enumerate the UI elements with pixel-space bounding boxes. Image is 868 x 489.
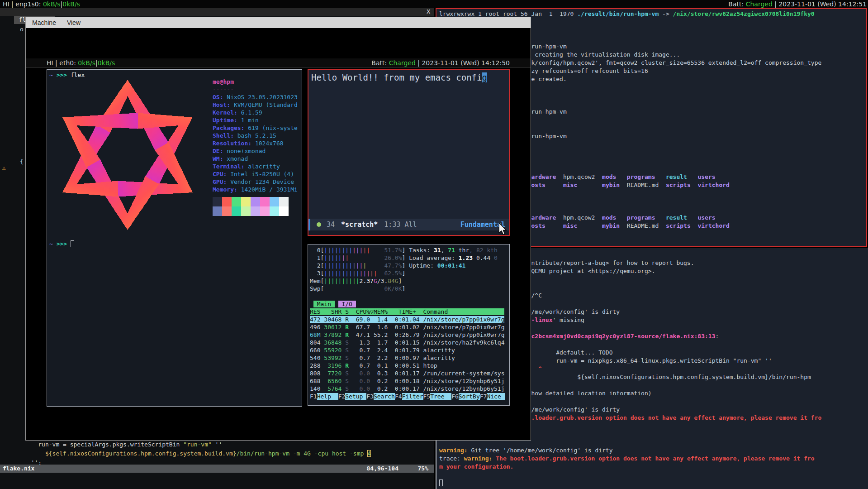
terminal-line: DE: none+xmonad <box>213 147 298 155</box>
datetime: 2023-11-01 (Wed) 14:12:51 <box>778 0 867 8</box>
terminal-line: 496 30612 R 67.7 1.6 0:01.02 /nix/store/… <box>310 323 509 331</box>
terminal-line: me@hpm <box>213 78 298 86</box>
vm-emacs-window[interactable]: Hello World!! from my emacs config 34 *s… <box>308 69 510 236</box>
palette-swatch <box>232 197 241 206</box>
terminal-line: run-vm = specialArgs.pkgs.writeScriptBin… <box>3 440 371 449</box>
vm-network-status: HI | eth0: 0kB/s|0kB/s <box>47 58 115 67</box>
palette-swatch <box>270 197 279 206</box>
statusline-filename: flake.nix <box>0 465 34 473</box>
terminal-line: 472 30468 R 69.0 1.4 0:01.04 /nix/store/… <box>310 316 509 323</box>
terminal-line: Swp[ 0K/0K] <box>310 285 509 292</box>
terminal-line <box>439 479 868 487</box>
palette-swatch <box>279 197 289 206</box>
terminal-line: 288 3196 R 0.7 0.1 0:00.51 htop <box>310 362 509 369</box>
terminal-line: Packages: 619 (nix-syste <box>213 124 298 132</box>
menu-item-view[interactable]: View <box>67 17 81 28</box>
terminal-line: 808 7720 S 0.0 0.3 0:01.17 /run/current-… <box>310 369 509 377</box>
terminal-line: m your configuration. <box>439 463 868 471</box>
terminal-line: trace: warning: The boot.loader.grub.ver… <box>439 455 868 463</box>
palette-swatch <box>241 197 251 206</box>
modeline-status-dot <box>317 222 321 227</box>
palette-swatch <box>222 206 232 216</box>
terminal-line: F1Help F2Setup F3SearchF4FilterF5Tree F6… <box>310 393 509 400</box>
palette-swatch <box>213 197 222 206</box>
terminal-line: Main I/O <box>310 300 509 308</box>
warning-sign-icon: ⚠ <box>2 164 6 172</box>
terminal-line: Mem[||||||||||2.37G/3.84G] <box>310 277 509 285</box>
terminal-line <box>310 292 509 300</box>
code-fragment: o <box>20 26 24 33</box>
vm-screen[interactable]: HI | eth0: 0kB/s|0kB/s Batt: Charged | 2… <box>26 28 531 440</box>
outer-status-bar: HI | enp1s0: 0kB/s|0kB/s Batt: Charged |… <box>0 0 868 8</box>
menu-item-machine[interactable]: Machine <box>32 17 56 28</box>
palette-swatch <box>213 206 222 216</box>
emacs-modeline: 34 *scratch* 1:33 All Fundamental <box>308 219 509 230</box>
terminal-line: warning: Git tree '/home/me/work/config'… <box>439 446 868 455</box>
terminal-line: 540 53992 S 0.7 2.2 0:00.97 alacritty <box>310 354 509 362</box>
emacs-cursor: g <box>482 72 487 82</box>
shell-prompt-cursor[interactable]: ~ >>> <box>49 240 74 248</box>
palette-swatch <box>241 206 251 216</box>
net-up-speed: 0kB/s <box>43 0 61 8</box>
editor-statusline: flake.nix 84,96-104 75% <box>0 465 434 473</box>
vm-htop-window[interactable]: 0[||||||||||||| 51.7%] Tasks: 31, 71 thr… <box>308 244 510 406</box>
net-down-speed: 0kB/s <box>62 0 80 8</box>
terminal-line: 0[||||||||||||| 51.7%] Tasks: 31, 71 thr… <box>310 246 509 254</box>
terminal-line: Memory: 1420MiB / 3931Mi <box>213 186 298 193</box>
terminal-line: 1[||||||| 26.0%] Load average: 1.23 0.44… <box>310 254 509 262</box>
terminal-line: 804 36848 S 1.3 1.7 0:01.15 /nix/store/h… <box>310 339 509 346</box>
terminal-line: WM: xmonad <box>213 155 298 163</box>
palette-swatch <box>260 197 270 206</box>
terminal-line: Host: KVM/QEMU (Standard <box>213 101 298 109</box>
palette-swatch <box>270 206 279 216</box>
palette-swatch <box>279 206 289 216</box>
terminal-line: 688 6560 S 0.0 0.2 0:00.18 /nix/store/12… <box>310 377 509 385</box>
terminal-line: ~ >>> <box>49 240 74 248</box>
terminal-line: Resolution: 1024x768 <box>213 139 298 147</box>
terminal-color-pal ette-row1 <box>213 197 289 206</box>
terminal-line: RES SHR S CPU%▽MEM% TIME+ Command <box>310 308 509 316</box>
statusline-percent: 75% <box>398 465 434 473</box>
modeline-buffer-name: *scratch* <box>341 219 378 230</box>
tab-close-button[interactable]: X <box>427 8 430 16</box>
terminal-line: Kernel: 6.1.59 <box>213 109 298 116</box>
battery-clock: Batt: Charged | 2023-11-01 (Wed) 14:12:5… <box>728 0 867 8</box>
palette-swatch <box>232 206 241 216</box>
vm-terminal[interactable]: ~ >>> flex me@hpm------OS: NixOS 23.05.2… <box>47 69 302 407</box>
nixos-logo <box>48 80 207 230</box>
vm-status-bar: HI | eth0: 0kB/s|0kB/s Batt: Charged | 2… <box>26 58 531 67</box>
editor-tab-bar: flake.nixb/main.nixb/hpm.nixu/m/default.… <box>0 8 434 16</box>
qemu-menu-bar: MachineView <box>26 17 531 28</box>
terminal-line: 3[||||||||||||||| 62.5%] <box>310 269 509 277</box>
statusline-ruler: 84,96-104 <box>367 465 398 473</box>
vm-battery-clock: Batt: Charged | 2023-11-01 (Wed) 14:12:5… <box>371 58 510 67</box>
modeline-position: 1:33 All <box>384 219 417 230</box>
qemu-window[interactable]: MachineView HI | eth0: 0kB/s|0kB/s Batt:… <box>25 17 531 441</box>
terminal-line: OS: NixOS 23.05.20231023 <box>213 93 298 101</box>
terminal-line: CPU: Intel i5-8250U (4) <box>213 170 298 178</box>
terminal-line: 140 5764 S 0.0 0.2 0:00.17 /nix/store/12… <box>310 385 509 393</box>
terminal-line: 660 55920 S 0.7 2.4 0:01.79 alacritty <box>310 346 509 354</box>
palette-swatch <box>260 206 270 216</box>
palette-swatch <box>251 197 260 206</box>
palette-swatch <box>222 197 232 206</box>
emacs-buffer-text[interactable]: Hello World!! from my emacs config <box>311 72 487 83</box>
terminal-line: Shell: bash 5.2.15 <box>213 132 298 139</box>
palette-swatch <box>251 206 260 216</box>
battery-status: Charged <box>746 0 773 8</box>
neofetch-info: me@hpm------OS: NixOS 23.05.20231023Host… <box>213 78 298 193</box>
shell-prompt: ~ >>> flex <box>49 71 85 79</box>
terminal-line: ${self.nixosConfigurations.hpm.config.sy… <box>3 449 371 458</box>
terminal-line: GPU: Vendor 1234 Device <box>213 178 298 186</box>
terminal-line: 68M 37892 R 47.1 55.2 0:26.79 /nix/store… <box>310 331 509 339</box>
code-fragment: { <box>20 158 24 165</box>
terminal-line: ------ <box>213 86 298 93</box>
terminal-line: ~ >>> flex <box>49 71 85 79</box>
editor-code[interactable]: run-vm = specialArgs.pkgs.writeScriptBin… <box>3 440 371 467</box>
mouse-cursor <box>498 223 507 235</box>
network-status: HI | enp1s0: 0kB/s|0kB/s <box>3 0 80 8</box>
terminal-color-palette-row2 <box>213 206 289 216</box>
terminal-line: 2[|||||||||||| 47.7%] Uptime: 00:01:41 <box>310 262 509 269</box>
emacs-minibuffer <box>308 230 509 235</box>
modeline-number: 34 <box>327 219 335 230</box>
